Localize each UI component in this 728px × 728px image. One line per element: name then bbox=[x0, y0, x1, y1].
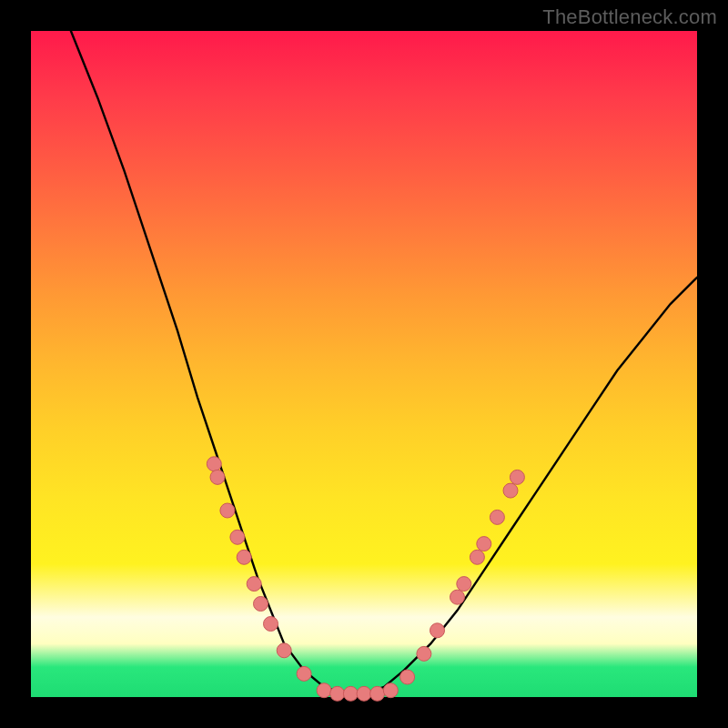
data-marker bbox=[417, 646, 431, 661]
plot-area bbox=[31, 31, 697, 697]
data-marker bbox=[237, 550, 251, 564]
data-marker bbox=[457, 577, 471, 592]
data-marker bbox=[470, 550, 484, 564]
data-marker bbox=[297, 666, 311, 681]
data-marker bbox=[383, 683, 398, 698]
chart-frame: TheBottleneck.com bbox=[0, 0, 728, 728]
data-marker bbox=[357, 686, 371, 701]
data-marker bbox=[330, 686, 345, 701]
data-marker bbox=[510, 470, 524, 484]
data-marker bbox=[277, 643, 291, 658]
data-marker bbox=[207, 457, 221, 471]
data-marker bbox=[430, 623, 445, 638]
data-marker bbox=[343, 686, 358, 701]
data-marker bbox=[450, 590, 465, 604]
data-marker bbox=[264, 617, 278, 632]
data-marker bbox=[490, 510, 504, 524]
bottleneck-curve bbox=[71, 31, 697, 693]
watermark-text: TheBottleneck.com bbox=[542, 5, 717, 29]
data-marker bbox=[230, 530, 245, 544]
data-marker bbox=[254, 597, 268, 612]
data-marker bbox=[317, 683, 331, 698]
data-marker bbox=[370, 686, 385, 701]
data-marker bbox=[247, 577, 261, 592]
data-marker bbox=[210, 470, 225, 484]
marker-group bbox=[207, 457, 524, 702]
chart-svg bbox=[31, 31, 697, 697]
data-marker bbox=[503, 483, 518, 498]
data-marker bbox=[220, 503, 235, 518]
data-marker bbox=[477, 537, 491, 551]
data-marker bbox=[400, 670, 415, 684]
